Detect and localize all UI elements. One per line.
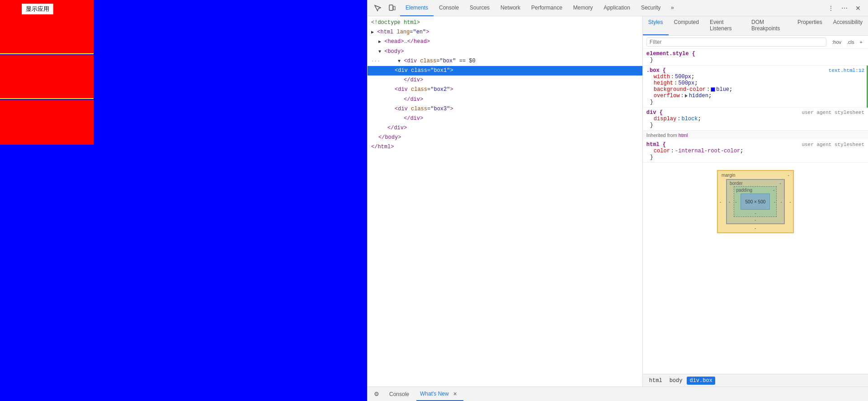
dom-html-close[interactable]: </html> xyxy=(368,142,642,152)
style-prop-display: display: block; xyxy=(646,116,864,122)
devtools-right-icons: ⋮ ⋯ ✕ xyxy=(825,2,864,14)
div-source[interactable]: user agent stylesheet xyxy=(802,110,864,115)
dom-three-dots-line: ··· ▼ <div class="box" == $0 xyxy=(368,57,642,66)
breadcrumb-div-box[interactable]: div.box xyxy=(687,377,715,385)
box-model-margin-dash-right: - xyxy=(790,199,791,204)
html-source[interactable]: user agent stylesheet xyxy=(802,142,864,147)
console-settings-btn[interactable]: ⚙ xyxy=(371,389,382,400)
box-model: margin - - - - border - - - - xyxy=(717,170,794,233)
div-selector: div { xyxy=(646,109,663,116)
close-devtools-btn[interactable]: ✕ xyxy=(852,2,864,14)
main-area: 显示应用 Elements Console Sources xyxy=(0,0,868,401)
box-model-margin-dash-bottom: - xyxy=(755,226,756,231)
breadcrumb-body[interactable]: body xyxy=(667,377,685,385)
console-bottom-tab-console[interactable]: Console xyxy=(386,389,413,399)
tab-memory[interactable]: Memory xyxy=(568,0,598,16)
box-model-border-dash-right: - xyxy=(781,199,782,204)
breadcrumb-html[interactable]: html xyxy=(646,377,665,385)
box-model-padding: padding - - - - 500 × 500 xyxy=(734,186,777,217)
subtab-event-listeners[interactable]: Event Listeners xyxy=(704,16,746,35)
dom-arrow-head[interactable]: ▶ xyxy=(378,39,381,44)
settings-icon-btn[interactable]: ⋮ xyxy=(825,2,837,14)
inspect-icon-btn[interactable] xyxy=(371,2,384,14)
whatsnew-close-btn[interactable]: × xyxy=(451,389,460,398)
browser-viewport: 显示应用 xyxy=(0,0,367,401)
box-model-border-dash-top: - xyxy=(780,181,781,186)
dom-arrow-div-box[interactable]: ▼ xyxy=(398,59,401,64)
tab-network[interactable]: Network xyxy=(495,0,526,16)
add-style-btn[interactable]: + xyxy=(858,38,864,46)
dom-div-box-selected[interactable]: <div class="box1"> xyxy=(368,66,642,75)
color-swatch-blue[interactable] xyxy=(711,87,715,92)
html-rule-close: } xyxy=(646,154,864,160)
dom-div-box2-close[interactable]: </div> xyxy=(368,95,642,104)
red-box-2 xyxy=(0,55,94,99)
dom-arrow-body[interactable]: ▼ xyxy=(378,49,381,54)
device-icon-btn[interactable] xyxy=(386,2,398,14)
dom-div-close[interactable]: </div> xyxy=(368,123,642,133)
styles-box-section: .box { text.html:12 width: 500px; height… xyxy=(643,66,868,108)
tab-elements[interactable]: Elements xyxy=(400,0,434,16)
dom-div-box3-close[interactable]: </div> xyxy=(368,114,642,123)
box-model-padding-dash-bottom: - xyxy=(755,211,756,216)
tab-console[interactable]: Console xyxy=(434,0,464,16)
svg-rect-1 xyxy=(393,6,395,10)
style-prop-color: color: -internal-root-color; xyxy=(646,148,864,154)
subtab-properties[interactable]: Properties xyxy=(792,16,828,35)
dom-html[interactable]: ▶ <html lang="en"> xyxy=(368,28,642,37)
html-selector: html { xyxy=(646,142,666,148)
box-model-border: border - - - - padding - - - xyxy=(726,179,785,224)
box-model-size: 500 × 500 xyxy=(745,199,766,204)
app-label: 显示应用 xyxy=(22,4,53,14)
dom-div-box2[interactable]: <div class="box2"> xyxy=(368,85,642,94)
more-icon-btn[interactable]: ⋯ xyxy=(838,2,851,14)
styles-subtabs: Styles Computed Event Listeners DOM Brea… xyxy=(643,16,868,36)
styles-div-section: div { user agent stylesheet display: blo… xyxy=(643,108,868,131)
styles-body[interactable]: element.style { } .box { text.html:12 xyxy=(643,49,868,374)
style-prop-height: height: 500px; xyxy=(646,80,864,86)
dom-doctype: <!doctype html> xyxy=(368,18,642,28)
box-model-padding-dash-top: - xyxy=(773,188,774,193)
devtools-tabs: Elements Console Sources Network Perform… xyxy=(400,0,823,16)
dom-head[interactable]: ▶ <head>…</head> xyxy=(368,37,642,47)
element-style-close: } xyxy=(646,57,864,63)
overflow-expand-icon[interactable] xyxy=(685,94,688,98)
styles-panel: Styles Computed Event Listeners DOM Brea… xyxy=(643,16,868,387)
red-box-3 xyxy=(0,100,94,145)
tab-security[interactable]: Security xyxy=(636,0,666,16)
dom-arrow-html[interactable]: ▶ xyxy=(371,30,374,35)
box-model-padding-dash-left: - xyxy=(735,199,736,204)
tab-application[interactable]: Application xyxy=(598,0,636,16)
subtab-computed[interactable]: Computed xyxy=(669,16,704,35)
dom-body[interactable]: ▼ <body> xyxy=(368,47,642,57)
box-source[interactable]: text.html:12 xyxy=(829,68,864,73)
hov-filter-btn[interactable]: :hov xyxy=(830,38,843,46)
styles-element-style-section: element.style { } xyxy=(643,49,868,66)
console-bottom-bar: ⚙ Console What's New × xyxy=(368,387,868,401)
style-prop-overflow: overflow: hidden; xyxy=(646,93,864,99)
style-prop-width: width: 500px; xyxy=(646,74,864,80)
dom-div-box1-close[interactable]: </div> xyxy=(368,75,642,85)
box-model-border-label: border xyxy=(730,181,743,186)
subtab-dom-breakpoints[interactable]: DOM Breakpoints xyxy=(746,16,792,35)
box-model-margin-dash-top: - xyxy=(788,173,789,178)
dom-tree-panel[interactable]: <!doctype html> ▶ <html lang="en"> ▶ <he… xyxy=(368,16,643,387)
box-selector: .box { xyxy=(646,67,666,74)
cls-filter-btn[interactable]: .cls xyxy=(845,38,856,46)
styles-html-section: html { user agent stylesheet color: -int… xyxy=(643,140,868,163)
subtab-accessibility[interactable]: Accessibility xyxy=(828,16,868,35)
box-rule-wrapper: .box { text.html:12 width: 500px; height… xyxy=(643,66,868,108)
dom-div-box3[interactable]: <div class="box3"> xyxy=(368,104,642,114)
console-bottom-tab-whatsnew[interactable]: What's New × xyxy=(416,387,463,401)
box-model-margin-label: margin xyxy=(722,173,736,178)
styles-filter-input[interactable] xyxy=(646,38,826,47)
box-model-container: margin - - - - border - - - - xyxy=(643,163,868,241)
dom-body-close[interactable]: </body> xyxy=(368,133,642,142)
tab-sources[interactable]: Sources xyxy=(464,0,495,16)
element-style-selector: element.style { xyxy=(646,51,695,57)
div-rule-close: } xyxy=(646,122,864,128)
tab-more-btn[interactable]: » xyxy=(666,0,679,16)
tab-performance[interactable]: Performance xyxy=(526,0,568,16)
subtab-styles[interactable]: Styles xyxy=(643,16,669,35)
box-model-margin-dash-left: - xyxy=(720,199,721,204)
